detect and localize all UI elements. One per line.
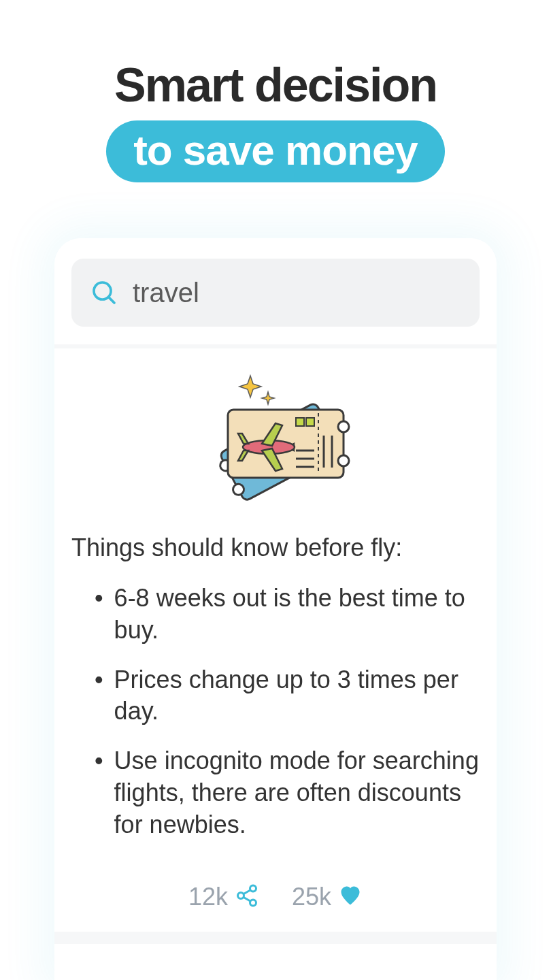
- heart-icon: [338, 883, 363, 911]
- share-count: 12k: [188, 883, 228, 911]
- svg-point-18: [238, 892, 244, 898]
- list-item: • 6-8 weeks out is the best time to buy.: [95, 583, 480, 647]
- divider: [54, 344, 497, 348]
- hero-line-2: to save money: [106, 120, 445, 182]
- list-item: • Use incognito mode for searching fligh…: [95, 745, 480, 840]
- phone-card: travel: [54, 238, 497, 980]
- content-area: Things should know before fly: • 6-8 wee…: [71, 534, 480, 859]
- content-title: Things should know before fly:: [71, 534, 480, 562]
- actions-row: 12k 25k: [188, 883, 363, 925]
- tip-text: 6-8 weeks out is the best time to buy.: [114, 583, 480, 647]
- tip-text: Prices change up to 3 times per day.: [114, 664, 480, 728]
- svg-point-6: [338, 421, 349, 432]
- svg-line-1: [109, 297, 114, 303]
- illustration-ticket: [197, 362, 354, 519]
- like-button[interactable]: 25k: [292, 883, 363, 911]
- svg-line-20: [244, 889, 251, 894]
- tip-text: Use incognito mode for searching flights…: [114, 745, 480, 840]
- svg-rect-10: [306, 418, 314, 426]
- svg-point-19: [250, 900, 256, 906]
- share-button[interactable]: 12k: [188, 883, 259, 911]
- list-item: • Prices change up to 3 times per day.: [95, 664, 480, 728]
- hero-header: Smart decision to save money: [106, 58, 445, 182]
- like-count: 25k: [292, 883, 331, 911]
- svg-rect-9: [296, 418, 304, 426]
- search-icon: [90, 279, 118, 306]
- tips-list: • 6-8 weeks out is the best time to buy.…: [71, 583, 480, 841]
- share-icon: [235, 883, 259, 911]
- divider: [54, 932, 497, 944]
- svg-point-7: [338, 455, 349, 466]
- svg-point-17: [250, 885, 256, 892]
- hero-line-1: Smart decision: [106, 58, 445, 112]
- search-value: travel: [133, 278, 199, 308]
- svg-line-21: [244, 897, 251, 901]
- search-input[interactable]: travel: [71, 259, 480, 327]
